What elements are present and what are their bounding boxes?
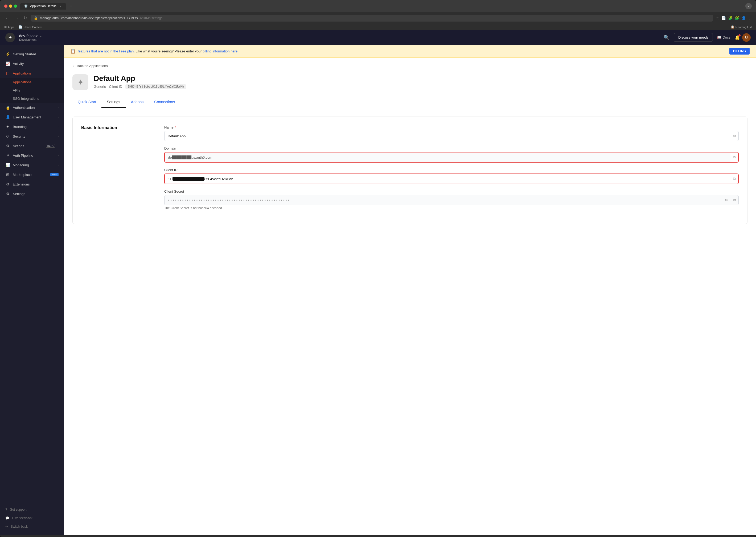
chevron-down-icon: ⌄ [57, 72, 59, 75]
billing-button[interactable]: BILLING [730, 48, 750, 55]
sidebar-label: Marketplace [13, 173, 47, 177]
bookmark-apps[interactable]: ⊞ Apps [4, 25, 14, 29]
bookmarks-bar: ⊞ Apps 📄 Share Content 📋 Reading List [0, 24, 756, 30]
sidebar-label: Branding [13, 125, 55, 129]
refresh-button[interactable]: ↻ [22, 14, 28, 21]
new-badge: NEW [50, 173, 59, 176]
banner-icon: 📋 [70, 49, 76, 54]
marketplace-icon: ⊞ [5, 172, 10, 177]
sidebar-label: Activity [13, 62, 59, 66]
new-tab-button[interactable]: + [68, 3, 74, 9]
sidebar-label: Actions [13, 144, 42, 148]
sidebar-item-authentication[interactable]: 🔒 Authentication › [0, 103, 64, 112]
sidebar-item-activity[interactable]: 📈 Activity [0, 59, 64, 68]
client-secret-input-wrapper: ••••••••••••••••••••••••••••••••••••••••… [164, 195, 739, 205]
client-secret-copy-button[interactable]: ⧉ [731, 195, 738, 205]
reading-list-icon: 📋 [731, 25, 735, 29]
search-button[interactable]: 🔍 [661, 32, 672, 43]
banner-text: features that are not in the Free plan. … [78, 49, 238, 53]
sidebar-item-switch-back[interactable]: ↩ Switch back [0, 522, 64, 531]
name-input[interactable] [164, 132, 731, 141]
billing-link[interactable]: billing information here [203, 49, 237, 53]
tab-settings[interactable]: Settings [102, 97, 126, 108]
tab-connections[interactable]: Connections [149, 97, 180, 108]
bookmark-share-content[interactable]: 📄 Share Content [19, 25, 42, 29]
tab-addons[interactable]: Addons [126, 97, 149, 108]
app-name: Default App [94, 74, 747, 83]
active-tab[interactable]: 🛡️ Application Details ✕ [20, 3, 66, 10]
maximize-button[interactable] [14, 5, 17, 8]
extension-icon[interactable]: 🧩 [728, 16, 733, 20]
sidebar-item-marketplace[interactable]: ⊞ Marketplace NEW [0, 170, 64, 179]
client-id-copy-button[interactable]: ⧉ [731, 174, 738, 184]
activity-icon: 📈 [5, 62, 10, 66]
app-header-section: ✦ Default App Generic Client ID 1HBJhBfs… [72, 74, 747, 90]
profile-icon[interactable]: 👤 [741, 16, 746, 20]
docs-button[interactable]: 📖 Docs [715, 33, 733, 42]
chevron-right-icon: › [58, 106, 59, 109]
name-label: Name * [164, 125, 739, 129]
close-button[interactable] [4, 5, 8, 8]
forward-nav-button[interactable]: → [13, 15, 20, 21]
sidebar-item-applications[interactable]: ◫ Applications ⌄ [0, 68, 64, 78]
sidebar-item-branding[interactable]: ✦ Branding › [0, 122, 64, 132]
sidebar-label: Security [13, 134, 55, 138]
reader-icon[interactable]: 📄 [721, 16, 726, 20]
browser-titlebar: 🛡️ Application Details ✕ + ● [0, 0, 756, 12]
tab-close-button[interactable]: ✕ [59, 4, 62, 8]
star-icon[interactable]: ☆ [716, 16, 719, 20]
notifications-button[interactable]: 🔔 [733, 33, 742, 42]
security-icon: 🛡 [5, 134, 10, 138]
name-copy-button[interactable]: ⧉ [731, 131, 738, 141]
minimize-button[interactable] [9, 5, 12, 8]
app-tabs: Quick Start Settings Addons Connections [72, 97, 747, 108]
sidebar-item-getting-started[interactable]: ⚡ Getting Started [0, 49, 64, 59]
sidebar-label: User Management [13, 115, 55, 119]
sidebar-label: Authentication [13, 105, 55, 110]
sidebar-divider [0, 503, 64, 503]
form-layout: Basic Information Name * [81, 125, 739, 215]
sidebar-item-auth-pipeline[interactable]: ↗ Auth Pipeline › [0, 150, 64, 160]
sidebar-item-user-management[interactable]: 👤 User Management › [0, 112, 64, 122]
chevron-right-icon: › [58, 125, 59, 128]
auth-pipeline-icon: ↗ [5, 153, 10, 157]
app-icon-wrapper: ✦ [72, 74, 88, 90]
extension2-icon[interactable]: 🧩 [735, 16, 739, 20]
domain-copy-button[interactable]: ⧉ [731, 152, 738, 162]
required-indicator: * [175, 125, 176, 129]
domain-input[interactable] [165, 153, 731, 162]
sidebar-item-sso[interactable]: SSO Integrations [0, 95, 64, 103]
app-header: ✦ dev-fhjteaie ⌄ Development 🔍 Discuss y… [0, 30, 756, 45]
sidebar-item-applications-sub[interactable]: Applications [0, 78, 64, 86]
sidebar-item-security[interactable]: 🛡 Security › [0, 132, 64, 141]
tenant-selector[interactable]: dev-fhjteaie ⌄ Development [19, 34, 42, 41]
tab-quick-start[interactable]: Quick Start [72, 97, 102, 108]
applications-icon: ◫ [5, 71, 10, 75]
sidebar-item-apis[interactable]: APIs [0, 86, 64, 95]
back-nav-button[interactable]: ← [4, 15, 11, 21]
sidebar-item-extensions[interactable]: ⚙ Extensions [0, 179, 64, 189]
domain-label: Domain [164, 146, 739, 150]
menu-icon[interactable]: ⋮ [748, 16, 752, 20]
share-icon: 📄 [19, 25, 22, 29]
client-id-field-group: Client ID 1H 85L4Ve2YD2RrMh ⧉ [164, 168, 739, 184]
free-plan-link[interactable]: features that are not in the Free plan. [78, 49, 135, 53]
back-to-applications-link[interactable]: ← Back to Applications [72, 64, 747, 68]
form-right: Name * ⧉ [164, 125, 739, 215]
notification-dot [738, 34, 740, 36]
user-avatar[interactable]: U [742, 33, 751, 42]
sidebar-item-actions[interactable]: ⚙ Actions BETA › [0, 141, 64, 150]
sidebar-item-monitoring[interactable]: 📊 Monitoring › [0, 160, 64, 170]
authentication-icon: 🔒 [5, 105, 10, 110]
reading-list[interactable]: 📋 Reading List [731, 25, 752, 29]
client-secret-reveal-button[interactable]: 👁 [722, 195, 731, 205]
sidebar-item-get-support[interactable]: ? Get support [0, 505, 64, 514]
address-bar[interactable]: 🔒 manage.auth0.com/dashboard/us/dev-fhjt… [31, 15, 713, 21]
client-secret-label: Client Secret [164, 189, 739, 193]
default-app-icon: ✦ [77, 78, 84, 87]
sidebar-item-settings[interactable]: ⚙ Settings [0, 189, 64, 198]
discuss-needs-button[interactable]: Discuss your needs [674, 33, 713, 42]
extensions-icon: ⚙ [5, 182, 10, 186]
sidebar-item-give-feedback[interactable]: 💬 Give feedback [0, 514, 64, 522]
app-body: ⚡ Getting Started 📈 Activity ◫ Applicati… [0, 45, 756, 535]
